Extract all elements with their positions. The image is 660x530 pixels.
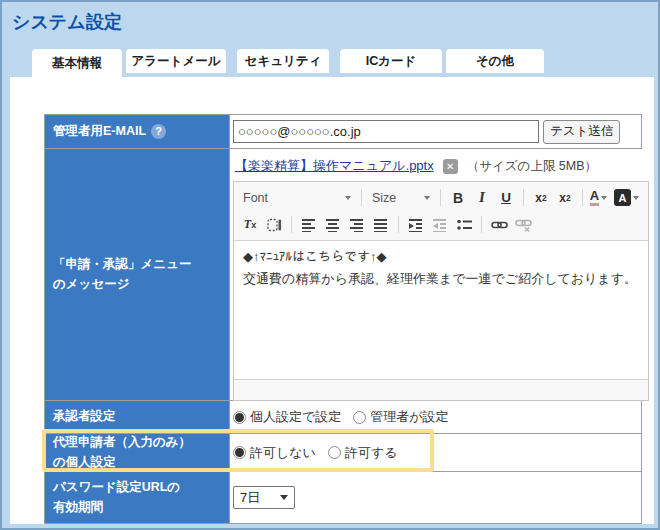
background-color-icon[interactable]: A — [612, 186, 644, 210]
align-left-icon[interactable] — [297, 213, 321, 237]
editor-toolbar: Font Size B I — [234, 182, 648, 241]
outdent-icon[interactable] — [428, 213, 452, 237]
align-justify-icon[interactable] — [369, 213, 393, 237]
text-color-icon[interactable]: A — [588, 186, 612, 210]
editor-content[interactable]: ◆↑ﾏﾆｭｱﾙはこちらです↑◆ 交通費の精算から承認、経理作業まで一連でご紹介し… — [234, 241, 648, 379]
password-label-line1: パスワード設定URLの — [53, 478, 225, 497]
attachment-size-note: （サイズの上限 5MB） — [467, 158, 597, 175]
help-icon[interactable]: ? — [151, 124, 166, 139]
underline-icon[interactable]: U — [494, 186, 518, 210]
radio-personal-setting-label[interactable]: 個人設定で設定 — [250, 408, 341, 426]
admin-email-label-cell: 管理者用E-MAIL ? — [45, 115, 230, 148]
tab-bar: 基本情報 アラートメール セキュリティ ICカード その他 — [32, 49, 544, 77]
proxy-label-line2: の個人設定 — [53, 453, 225, 472]
chevron-down-icon — [280, 495, 288, 500]
proxy-value-cell: 許可しない 許可する — [230, 434, 641, 471]
menu-message-value-cell: 【楽楽精算】操作マニュアル.pptx ✕ （サイズの上限 5MB） Font — [230, 149, 652, 400]
admin-email-label: 管理者用E-MAIL — [53, 122, 146, 141]
tab-ic-card[interactable]: ICカード — [340, 49, 442, 73]
editor-status-bar — [234, 379, 648, 400]
proxy-label-line1: 代理申請者（入力のみ） — [53, 433, 225, 452]
align-center-icon[interactable] — [321, 213, 345, 237]
chevron-down-icon — [345, 196, 351, 200]
admin-email-value-cell: テスト送信 — [230, 115, 641, 148]
row-proxy-applicant-setting: 代理申請者（入力のみ） の個人設定 許可しない 許可する — [45, 433, 641, 471]
proxy-label-cell: 代理申請者（入力のみ） の個人設定 — [45, 434, 230, 471]
tab-panel-basic-info: 管理者用E-MAIL ? テスト送信 「申請・承認」メニュー のメッセージ — [10, 77, 654, 524]
toolbar-row-2: Tx — [238, 211, 644, 238]
settings-form: 管理者用E-MAIL ? テスト送信 「申請・承認」メニュー のメッセージ — [44, 114, 642, 524]
align-right-icon[interactable] — [345, 213, 369, 237]
bulleted-list-icon[interactable] — [452, 213, 476, 237]
row-admin-email: 管理者用E-MAIL ? テスト送信 — [45, 115, 641, 148]
chevron-down-icon — [633, 196, 639, 200]
link-icon[interactable] — [487, 213, 511, 237]
approver-label: 承認者設定 — [53, 407, 225, 426]
superscript-icon[interactable]: x2 — [553, 186, 577, 210]
system-settings-window: システム設定 基本情報 アラートメール セキュリティ ICカード その他 管理者… — [0, 0, 660, 530]
bold-icon[interactable]: B — [446, 186, 470, 210]
menu-message-label-line1: 「申請・承認」メニュー — [53, 255, 225, 274]
menu-message-label-line2: のメッセージ — [53, 275, 225, 294]
tab-basic-info[interactable]: 基本情報 — [32, 49, 122, 77]
row-approver-setting: 承認者設定 個人設定で設定 管理者が設定 — [45, 400, 641, 433]
password-label-line2: 有効期間 — [53, 498, 225, 517]
chevron-down-icon — [424, 196, 430, 200]
radio-admin-setting[interactable] — [353, 411, 366, 424]
test-send-button[interactable]: テスト送信 — [543, 120, 620, 144]
menu-message-label-cell: 「申請・承認」メニュー のメッセージ — [45, 149, 230, 400]
tab-alert-mail[interactable]: アラートメール — [126, 49, 226, 73]
attachment-line: 【楽楽精算】操作マニュアル.pptx ✕ （サイズの上限 5MB） — [235, 155, 649, 177]
unlink-icon[interactable] — [511, 213, 535, 237]
rich-text-editor: Font Size B I — [233, 181, 649, 401]
size-dropdown[interactable]: Size — [367, 191, 435, 205]
font-dropdown[interactable]: Font — [238, 191, 356, 205]
editor-content-line2: 交通費の精算から承認、経理作業まで一連でご紹介しております。 — [243, 268, 639, 290]
subscript-icon[interactable]: x2 — [529, 186, 553, 210]
row-menu-message: 「申請・承認」メニュー のメッセージ 【楽楽精算】操作マニュアル.pptx ✕ … — [45, 148, 641, 400]
attachment-link[interactable]: 【楽楽精算】操作マニュアル.pptx — [235, 157, 434, 175]
page-title: システム設定 — [12, 10, 122, 34]
remove-format-icon[interactable]: Tx — [238, 213, 262, 237]
italic-icon[interactable]: I — [470, 186, 494, 210]
admin-email-input[interactable] — [233, 120, 539, 143]
radio-admin-setting-label[interactable]: 管理者が設定 — [370, 408, 448, 426]
row-password-url-validity: パスワード設定URLの 有効期間 7日 — [45, 471, 641, 523]
password-label-cell: パスワード設定URLの 有効期間 — [45, 472, 230, 523]
tab-security[interactable]: セキュリティ — [237, 49, 329, 73]
approver-label-cell: 承認者設定 — [45, 401, 230, 433]
toolbar-row-1: Font Size B I — [238, 184, 644, 211]
radio-personal-setting[interactable] — [233, 411, 246, 424]
password-value-cell: 7日 — [230, 472, 641, 523]
radio-allow-label[interactable]: 許可する — [345, 444, 398, 462]
radio-not-allow[interactable] — [233, 446, 246, 459]
indent-icon[interactable] — [404, 213, 428, 237]
radio-not-allow-label[interactable]: 許可しない — [250, 444, 316, 462]
chevron-down-icon — [601, 196, 607, 200]
approver-value-cell: 個人設定で設定 管理者が設定 — [230, 401, 641, 433]
tab-other[interactable]: その他 — [446, 49, 544, 73]
radio-allow[interactable] — [328, 446, 341, 459]
remove-attachment-icon[interactable]: ✕ — [443, 159, 458, 174]
validity-period-select[interactable]: 7日 — [233, 486, 295, 509]
editor-content-line1: ◆↑ﾏﾆｭｱﾙはこちらです↑◆ — [243, 246, 639, 268]
div-container-icon[interactable] — [262, 213, 286, 237]
validity-period-value: 7日 — [240, 489, 260, 507]
